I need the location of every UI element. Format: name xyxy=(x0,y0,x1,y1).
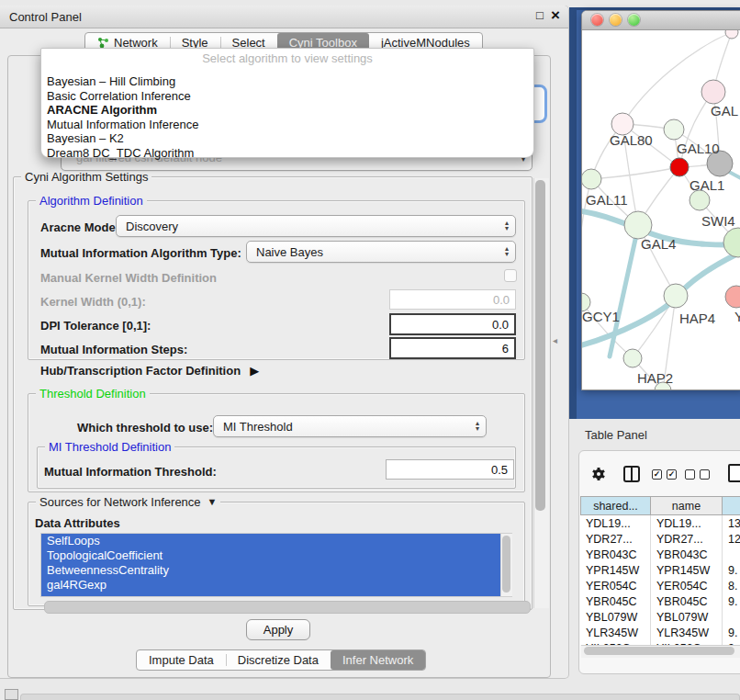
mi-steps-field[interactable]: 6 xyxy=(389,337,516,359)
node-partial-top[interactable] xyxy=(725,30,738,39)
node-swi4[interactable] xyxy=(690,190,710,210)
deselect-checkbox-icon2[interactable] xyxy=(700,469,710,480)
algorithm-option[interactable]: Mutual Information Inference xyxy=(41,118,533,132)
cell-name: YDL19... xyxy=(651,515,723,531)
cell-value: 9. xyxy=(723,593,740,609)
network-window-titlebar xyxy=(582,11,740,30)
attribute-item[interactable]: SelfLoops xyxy=(41,534,511,548)
cell-shared-name: YBR043C xyxy=(580,547,651,562)
node-label: GCY1 xyxy=(582,309,620,324)
mi-algorithm-type-value: Naive Bayes xyxy=(256,245,323,259)
table-function-icon-partial[interactable] xyxy=(728,464,740,482)
node-label: Y xyxy=(734,309,740,324)
algorithm-option[interactable]: Basic Correlation Inference xyxy=(41,89,533,104)
table-row[interactable]: YBR045C YBR045C 9. xyxy=(580,593,740,609)
attribute-item[interactable]: gal4RGexp xyxy=(41,578,511,593)
which-threshold-select[interactable]: MI Threshold ▴ ▾ xyxy=(213,415,487,437)
cell-value: 8. xyxy=(723,578,740,593)
mi-algorithm-type-label: Mutual Information Algorithm Type: xyxy=(40,246,241,260)
aracne-mode-label: Aracne Mode: xyxy=(40,220,119,234)
bottom-tabbar: Impute Data Discretize Data Infer Networ… xyxy=(136,649,426,671)
table-body[interactable]: YDL19... YDL19... 13 YDR27... YDR27... 1… xyxy=(580,515,740,645)
control-panel-titlebar xyxy=(0,6,568,28)
node-gal10[interactable] xyxy=(664,119,684,140)
node-label: GAL80 xyxy=(610,132,653,148)
node-partial-right[interactable] xyxy=(723,228,740,257)
resize-grip-icon[interactable] xyxy=(5,689,18,700)
column-header-partial[interactable] xyxy=(723,496,740,515)
split-columns-icon[interactable] xyxy=(623,466,640,482)
hub-definition-toggle[interactable]: Hub/Transcription Factor Definition ▶ xyxy=(40,364,259,378)
dpi-tolerance-field[interactable]: 0.0 xyxy=(389,313,516,335)
select-all-checkbox-icon[interactable]: ✓ xyxy=(652,469,662,480)
horizontal-scrollbar-thumb[interactable] xyxy=(44,601,531,614)
attributes-scrollbar-thumb[interactable] xyxy=(502,536,510,593)
sources-group-header[interactable]: Sources for Network Inference ▼ xyxy=(36,495,220,509)
node-hap2[interactable] xyxy=(623,349,642,367)
data-attributes-list[interactable]: SelfLoops TopologicalCoefficient Between… xyxy=(40,533,512,597)
algorithm-popup-placeholder: Select algorithm to view settings xyxy=(41,49,533,67)
tab-impute-data-label: Impute Data xyxy=(149,653,214,667)
cell-name: YPR145W xyxy=(651,562,723,578)
node-gal11[interactable] xyxy=(582,169,601,189)
algorithm-option-selected[interactable]: ARACNE Algorithm xyxy=(41,103,533,118)
node-gal1-selected[interactable] xyxy=(670,158,689,176)
attribute-item[interactable]: BetweennessCentrality xyxy=(41,563,511,578)
node-salmon-partial[interactable] xyxy=(725,286,740,308)
cell-name: YBR045C xyxy=(651,593,723,609)
algorithm-option[interactable]: Bayesian – Hill Climbing xyxy=(41,74,533,89)
node-hap4[interactable] xyxy=(664,284,688,308)
table-row[interactable]: YDR27... YDR27... 12 xyxy=(580,531,740,547)
attribute-item[interactable]: TopologicalCoefficient xyxy=(41,548,511,563)
sources-group-title: Sources for Network Inference xyxy=(39,495,201,509)
network-canvas[interactable]: GAL GAL80 GAL10 GAL1 GAL11 SWI4 GAL4 GCY… xyxy=(582,30,740,390)
deselect-checkbox-icon[interactable] xyxy=(685,469,695,480)
data-attributes-label: Data Attributes xyxy=(35,516,120,530)
kernel-width-field[interactable]: 0.0 xyxy=(389,289,516,310)
mac-minimize-icon[interactable] xyxy=(610,14,622,26)
settings-scrollbar-thumb[interactable] xyxy=(535,180,545,511)
cell-shared-name: YBR045C xyxy=(580,593,651,609)
node-label: GAL xyxy=(711,103,738,119)
algorithm-option[interactable]: Bayesian – K2 xyxy=(41,131,533,146)
network-desktop-border xyxy=(569,7,577,419)
mac-zoom-icon[interactable] xyxy=(628,14,640,26)
close-panel-icon[interactable]: × xyxy=(551,6,560,25)
node-gal-partial[interactable] xyxy=(701,80,725,104)
cell-name: YBL079W xyxy=(651,609,723,625)
cell-shared-name: YLR345W xyxy=(580,625,651,640)
tab-discretize-data[interactable]: Discretize Data xyxy=(226,650,331,670)
node-gal4[interactable] xyxy=(624,211,652,239)
cell-name: YBR043C xyxy=(651,547,723,562)
aracne-mode-select[interactable]: Discovery ▴ ▾ xyxy=(116,215,516,237)
table-row[interactable]: YLR345W YLR345W 9. xyxy=(580,625,740,640)
check-icon: ✓ xyxy=(654,469,661,479)
mi-threshold-field[interactable]: 0.5 xyxy=(386,459,514,480)
table-row[interactable]: YDL19... YDL19... 13 xyxy=(580,515,740,531)
apply-button[interactable]: Apply xyxy=(246,619,310,640)
column-header-shared-name[interactable]: shared... xyxy=(580,496,651,515)
tab-impute-data[interactable]: Impute Data xyxy=(137,650,226,670)
mac-close-icon[interactable] xyxy=(591,14,603,26)
table-row[interactable]: YER054C YER054C 8. xyxy=(580,578,740,593)
algorithm-option[interactable]: Dream8 DC_TDC Algorithm xyxy=(41,146,533,161)
table-row[interactable]: YPR145W YPR145W 9. xyxy=(580,562,740,578)
splitpane-divider-icon[interactable]: ◂ xyxy=(553,335,557,345)
cell-value: 9. xyxy=(723,625,740,640)
column-header-name[interactable]: name xyxy=(651,496,723,515)
float-window-icon[interactable]: □ xyxy=(536,8,544,22)
apply-button-label: Apply xyxy=(263,623,294,637)
kernel-width-value: 0.0 xyxy=(493,293,510,307)
table-hscrollbar-thumb[interactable] xyxy=(584,647,734,655)
mi-threshold-value: 0.5 xyxy=(491,463,508,477)
mi-algorithm-type-select[interactable]: Naive Bayes ▴ ▾ xyxy=(246,241,516,263)
cell-shared-name: YBL079W xyxy=(580,609,651,625)
table-row[interactable]: YBR043C YBR043C xyxy=(580,547,740,562)
table-row[interactable]: YBL079W YBL079W xyxy=(580,609,740,625)
stepper-arrows-icon: ▴ ▾ xyxy=(476,421,479,432)
select-all-checkbox-icon2[interactable]: ✓ xyxy=(667,469,677,480)
cyni-algorithm-settings-title: Cyni Algorithm Settings xyxy=(21,170,151,184)
tab-infer-network[interactable]: Infer Network xyxy=(331,650,425,670)
table-settings-gear-icon[interactable] xyxy=(590,466,607,486)
manual-kernel-width-checkbox[interactable] xyxy=(504,269,517,282)
